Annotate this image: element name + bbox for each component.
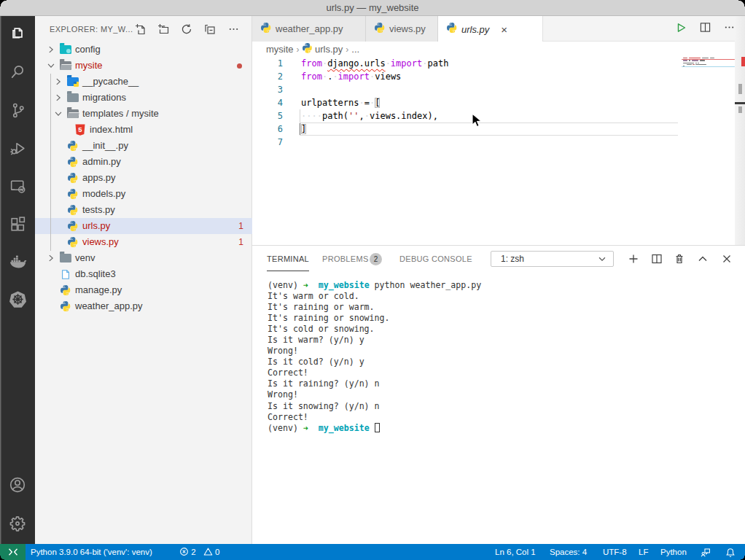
tab-label: urls.py [461,24,489,35]
activity-remote-explorer[interactable] [0,168,35,203]
tree-item-venv[interactable]: venv [35,250,252,266]
tab-label: weather_app.py [276,23,343,34]
close-tab-icon[interactable]: × [501,17,507,42]
minimap-line [695,63,697,64]
more-actions-icon[interactable] [228,23,240,35]
tree-item-mysite[interactable]: mysite [35,58,252,74]
problems-status[interactable]: 2 0 [179,544,219,560]
minimap-line [683,58,687,59]
bell-icon[interactable] [725,547,736,560]
split-terminal-icon[interactable] [651,253,663,265]
python-interpreter-status[interactable]: Python 3.9.0 64-bit ('venv': venv) [31,544,152,560]
tree-item-label: apps.py [82,170,116,186]
refresh-icon[interactable] [181,23,192,35]
python-icon [66,170,79,186]
minimap-line [689,60,690,61]
python-icon [66,138,79,154]
activity-account[interactable] [0,467,35,502]
python-icon [375,23,385,36]
code-editor[interactable]: 1from·django.urls·import·path2from·.·imp… [252,57,735,245]
maximize-panel-icon[interactable] [697,253,709,265]
activity-source-control[interactable] [0,93,35,128]
tree-item-urls-py[interactable]: urls.py1 [35,218,252,234]
eol-status[interactable]: LF [639,544,648,560]
search-icon [9,63,27,81]
tree-item-models-py[interactable]: models.py [35,186,252,202]
ruler-bracket-mark [738,84,742,94]
folder-config-icon [59,42,71,58]
docker-icon [7,252,28,273]
shell-selector[interactable]: 1: zsh [491,251,614,267]
ruler-error-mark [741,57,745,66]
tree-item-manage-py[interactable]: manage.py [35,282,252,298]
python-icon [66,186,79,202]
gear-icon [8,514,27,533]
terminal-line: Is it raining? (y/n) n [268,378,481,389]
window-corner [741,556,745,560]
minimap-line [695,64,706,66]
code-line: 5····path('',·views.index), [252,109,735,122]
minimap-line [710,58,714,59]
terminal-line: It's raining or snowing. [268,313,481,324]
breadcrumb-item[interactable]: mysite [266,44,294,55]
new-file-icon[interactable] [135,23,147,35]
tree-item-label: mysite [75,58,103,74]
breadcrumb-item[interactable]: ... [351,44,359,55]
tab-views[interactable]: views.py [366,16,438,42]
tree-item-views-py[interactable]: views.py1 [35,234,252,250]
modified-dot [237,63,242,69]
folder-icon [66,90,79,106]
panel-tab-label: TERMINAL [267,254,309,263]
line-col-status[interactable]: Ln 6, Col 1 [495,544,536,560]
tree-item-db-sqlite3[interactable]: db.sqlite3 [35,266,252,282]
python-icon [66,234,79,250]
folder-open-icon [59,58,71,74]
python-icon [66,154,79,170]
activity-extensions[interactable] [0,206,35,241]
spaces-status[interactable]: Spaces: 4 [550,544,587,560]
html-icon: 5 [74,122,86,138]
language-status[interactable]: Python [660,544,687,560]
tree-item-admin-py[interactable]: admin.py [35,154,252,170]
new-folder-icon[interactable] [157,23,169,35]
kill-terminal-icon[interactable] [674,253,685,265]
activity-docker[interactable] [0,245,35,280]
activity-settings[interactable] [0,506,35,541]
tree-item-migrations[interactable]: migrations [35,90,252,106]
collapse-all-icon[interactable] [204,23,216,35]
tree-item-apps-py[interactable]: apps.py [35,170,252,186]
minimap[interactable] [682,57,735,245]
tab-weather-app[interactable]: weather_app.py [252,16,366,42]
terminal-line: It's raining or warm. [268,302,481,313]
activity-kubernetes[interactable] [0,281,35,316]
terminal-output[interactable]: (venv) ➜ my_website python weather_app.p… [268,280,481,434]
twisty-spacer [52,154,64,170]
split-editor-icon[interactable] [700,22,711,36]
tree-item-weather-app-py[interactable]: weather_app.py [35,298,252,314]
tab-bar: weather_app.py views.py urls.py × [252,16,745,42]
more-actions-icon[interactable] [724,22,735,36]
tree-item-index-html[interactable]: 5 index.html [35,122,252,138]
minimap-line [702,58,709,59]
tree-item--init-py[interactable]: __init__.py [35,138,252,154]
tree-item-tests-py[interactable]: tests.py [35,202,252,218]
close-panel-icon[interactable] [721,253,733,265]
python-icon [66,218,79,234]
panel-tab-terminal[interactable]: TERMINAL [267,246,309,271]
tree-item--pycache-[interactable]: __pycache__ [35,74,252,90]
feedback-icon[interactable] [701,547,711,560]
tree-item-config[interactable]: config [35,42,252,58]
account-icon [8,475,27,494]
activity-explorer[interactable] [0,15,35,50]
code-text: ····path('',·views.index), [301,109,438,122]
encoding-status[interactable]: UTF-8 [603,544,627,560]
activity-run-debug[interactable] [0,131,35,166]
tab-urls[interactable]: urls.py × [438,16,543,42]
run-button[interactable] [675,22,687,36]
panel-tab-debug-console[interactable]: DEBUG CONSOLE [399,246,472,271]
new-terminal-icon[interactable] [628,253,639,265]
tree-item-templates-mysite[interactable]: templates / mysite [35,106,252,122]
breadcrumb-item[interactable]: urls.py [315,44,343,55]
panel-tab-problems[interactable]: PROBLEMS [322,246,369,271]
activity-search[interactable] [0,54,35,89]
